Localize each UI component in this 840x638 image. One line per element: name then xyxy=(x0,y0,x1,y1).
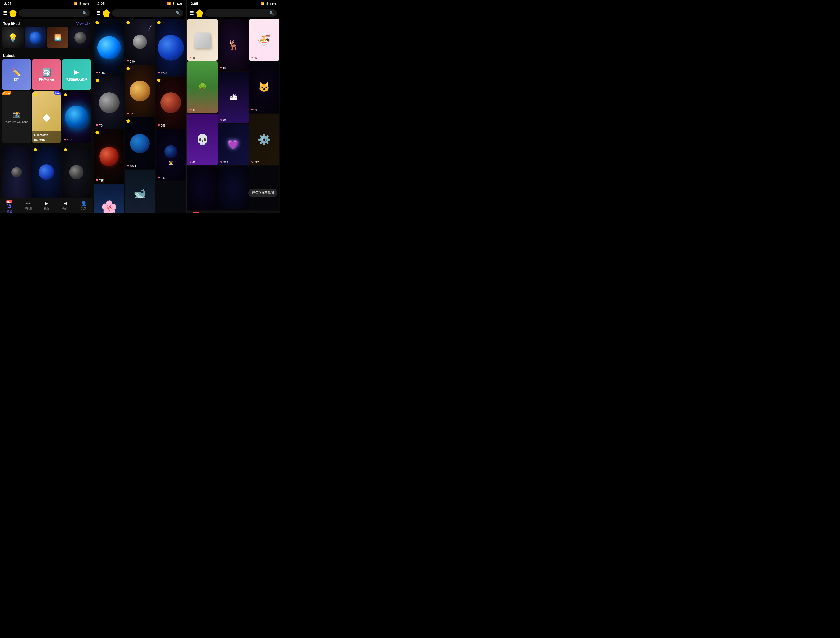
time-3: 2:05 xyxy=(191,2,198,6)
screen-2: 2:05 📶 🔋 81% ☰ 🔍 xyxy=(93,0,187,213)
col2-s3: 🦌 ❤86 🏙 ❤88 💜 ❤289 xyxy=(218,19,248,210)
nav-3d-3[interactable]: 👓 3D视差 xyxy=(205,212,224,213)
nav-my-1[interactable]: 👤 我的 xyxy=(74,201,93,213)
search-icon-2[interactable]: 🔍 xyxy=(176,11,180,15)
photo-live-card[interactable]: Promo 📸 Photo live wallpaper xyxy=(2,91,31,143)
wp-moon-comet[interactable]: ❤590 xyxy=(125,19,155,65)
nav-3d-1[interactable]: 👓 3D视差 xyxy=(19,201,37,213)
latest-title: Latest xyxy=(3,53,14,58)
prem4 xyxy=(126,66,130,70)
nav-video-1[interactable]: ▶ 视频 xyxy=(37,201,56,213)
heart-s3-3: ❤ xyxy=(251,56,254,59)
heart-s3-4: ❤ xyxy=(189,108,192,111)
top-liked-item-2[interactable] xyxy=(25,27,46,48)
header-3: ☰ 🔍 xyxy=(187,7,280,19)
nav-vid-3[interactable]: ▶ 视频 xyxy=(224,212,243,213)
wp-dark2[interactable] xyxy=(156,182,186,213)
toast-msg: 已保存屏幕截图 xyxy=(248,188,278,197)
prem5 xyxy=(95,131,99,135)
stars-card[interactable]: ❤ 1387 xyxy=(62,91,91,143)
search-bar-2[interactable]: 🔍 xyxy=(112,9,183,17)
cat-nav-icon: ⊞ xyxy=(63,201,67,206)
latest-grid-bottom: Promo 📸 Photo live wallpaper New Geometr… xyxy=(2,91,91,143)
like-8: ❤755 xyxy=(158,124,166,127)
3d-nav-icon: 👓 xyxy=(25,201,31,206)
wp-paper-fold[interactable]: ❤43 xyxy=(187,19,218,61)
status-bar-2: 2:05 📶 🔋 81% xyxy=(93,0,186,7)
wp-stars2[interactable] xyxy=(218,166,248,210)
wp-gears[interactable]: ⚙️ ❤297 xyxy=(249,114,279,165)
wallpaper-nav-label: 壁纸 xyxy=(7,210,12,213)
screen-3: 2:05 📶 🔋 81% ☰ 🔍 xyxy=(187,0,280,213)
geo-patterns-card[interactable]: New Geometric patterns ◆ xyxy=(32,91,61,143)
menu-icon-3[interactable]: ☰ xyxy=(190,10,194,16)
h3: ❤ xyxy=(96,124,98,127)
time-2: 2:05 xyxy=(98,2,105,6)
top-liked-item-1[interactable]: 💡 xyxy=(2,27,24,48)
search-bar-1[interactable]: 🔍 xyxy=(19,9,90,17)
heart-s3-9: ❤ xyxy=(251,160,254,164)
search-icon-3[interactable]: 🔍 xyxy=(269,11,274,15)
wp-cat[interactable]: 🐱 ❤71 xyxy=(249,61,279,113)
top-liked-item-3[interactable]: 🌅 xyxy=(47,27,69,48)
heart-icon-stars: ❤ xyxy=(64,138,66,142)
like-s3-6: ❤71 xyxy=(251,108,257,111)
wp-deer[interactable]: 🦌 ❤86 xyxy=(218,19,248,71)
wp-space-person[interactable]: 🧑‍🚀 ❤942 xyxy=(156,129,186,181)
wp-skull[interactable]: 💀 ❤47 xyxy=(187,114,218,165)
signal-icon: 📶 xyxy=(74,2,77,5)
photo-live-label: Photo live wallpaper xyxy=(2,120,31,123)
new-badge: New xyxy=(54,91,61,95)
masonry-2: ❤1387 ❤794 ❤785 xyxy=(93,19,186,213)
latest-section: ✏️ DIY 🔄 PicMotion ▶ 取视频设为壁纸 Promo 📸 xyxy=(0,59,93,145)
wp-whale[interactable]: 🐋 xyxy=(125,170,155,213)
nav-cat-3[interactable]: ⊞ 分类 xyxy=(243,212,261,213)
wp-venus[interactable]: ❤927 xyxy=(125,65,155,117)
bottom-row-1 xyxy=(0,146,93,198)
prem8 xyxy=(157,78,161,82)
video-card[interactable]: ▶ 取视频设为壁纸 xyxy=(62,59,91,90)
like-9: ❤942 xyxy=(158,176,166,179)
wp-moon-gray[interactable]: ❤794 xyxy=(94,77,124,129)
diy-card[interactable]: ✏️ DIY xyxy=(2,59,31,90)
wp-earth[interactable]: ❤1041 xyxy=(125,117,155,169)
wp-city[interactable]: 🏙 ❤88 xyxy=(218,71,248,123)
prem6 xyxy=(126,119,130,123)
wp-mars[interactable]: ❤755 xyxy=(156,77,186,129)
nav-wp-3[interactable]: New 🖼 壁纸 xyxy=(187,212,205,213)
3d-nav-3: 👓 xyxy=(212,212,218,213)
like-s3-7: ❤47 xyxy=(189,160,196,164)
top-liked-title: Top liked xyxy=(3,21,20,26)
top-liked-item-4[interactable] xyxy=(69,27,91,48)
col2-s2: ❤590 ❤927 ❤1041 xyxy=(125,19,155,213)
wp-nature[interactable]: 🌳 ❤41 xyxy=(187,61,218,113)
heart-s3-7: ❤ xyxy=(189,160,192,164)
bc2[interactable] xyxy=(32,146,61,198)
like-s3-1: ❤43 xyxy=(189,56,196,59)
signal-icon-3: 📶 xyxy=(261,2,264,5)
wp-dark2-s3[interactable] xyxy=(249,166,279,210)
bc1[interactable] xyxy=(2,146,31,198)
wp-glow-sphere[interactable]: ❤1387 xyxy=(94,19,124,76)
wp-ramen[interactable]: 🍜 ❤47 xyxy=(249,19,279,61)
wp-heart[interactable]: 💜 ❤289 xyxy=(218,124,248,165)
wp-flower[interactable]: 🌸 xyxy=(94,184,124,213)
bc3[interactable] xyxy=(62,146,91,198)
wp-blue-planet[interactable]: ❤1278 xyxy=(156,19,186,76)
like-s3-3: ❤47 xyxy=(251,56,257,59)
search-bar-3[interactable]: 🔍 xyxy=(205,9,277,17)
nav-category-1[interactable]: ⊞ 分类 xyxy=(56,201,74,213)
menu-icon-1[interactable]: ☰ xyxy=(3,10,7,16)
picmotion-card[interactable]: 🔄 PicMotion xyxy=(32,59,61,90)
diy-label: DIY xyxy=(14,78,19,81)
view-all-btn[interactable]: View all> xyxy=(76,22,90,25)
latest-header: Latest xyxy=(0,51,93,59)
heart-s3-6: ❤ xyxy=(251,108,254,111)
nav-wallpaper-1[interactable]: New 🖼 壁纸 xyxy=(0,201,19,213)
wp-red-eclipse[interactable]: ❤785 xyxy=(94,129,124,184)
nav-my-3[interactable]: 👤 我的 xyxy=(261,212,280,213)
menu-icon-2[interactable]: ☰ xyxy=(96,10,101,16)
status-bar-1: 2:05 📶 🔋 81% xyxy=(0,0,93,7)
search-icon-1[interactable]: 🔍 xyxy=(82,11,87,15)
wp-dark-s3[interactable] xyxy=(187,166,218,210)
